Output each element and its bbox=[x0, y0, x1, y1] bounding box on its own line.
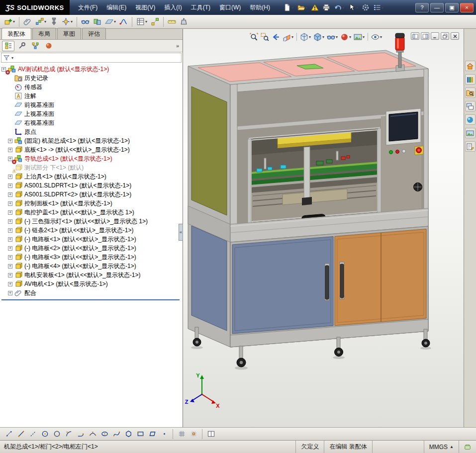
warning-tri-button[interactable] bbox=[309, 2, 320, 12]
commandmanager-tab[interactable]: 草图 bbox=[57, 28, 81, 39]
menu-item[interactable]: 插入(I) bbox=[160, 1, 186, 14]
view-orientation-button[interactable]: ▾ bbox=[299, 31, 312, 42]
tree-expander[interactable]: + bbox=[8, 237, 12, 242]
tree-expander[interactable]: + bbox=[8, 282, 12, 286]
tree-item[interactable]: +配合 bbox=[0, 288, 183, 297]
tree-expander[interactable]: + bbox=[8, 246, 12, 251]
status-units-selector[interactable]: MMGS ▲ bbox=[424, 441, 459, 453]
custom-properties-tab[interactable] bbox=[465, 141, 476, 152]
tree-item[interactable]: +(-) 链条2<1> (默认<<默认>_显示状态-1>) bbox=[0, 226, 183, 235]
dropdown-caret-icon[interactable]: ▾ bbox=[145, 19, 147, 24]
tree-expander[interactable]: + bbox=[8, 255, 12, 260]
filter-caret[interactable]: ▾ bbox=[11, 56, 13, 60]
exploded-view-button[interactable] bbox=[149, 16, 161, 28]
tree-expander[interactable]: + bbox=[8, 139, 12, 143]
zoom-area-button[interactable] bbox=[260, 31, 270, 42]
tree-expander[interactable]: + bbox=[8, 219, 12, 224]
sk-circle-button[interactable] bbox=[39, 429, 50, 440]
doc-close-button[interactable] bbox=[451, 32, 459, 40]
fm-display-tab[interactable] bbox=[42, 41, 55, 51]
commandmanager-tab[interactable]: 布局 bbox=[32, 28, 56, 39]
appearances-tab[interactable] bbox=[465, 114, 476, 125]
tree-item[interactable]: +电控护盖<1> (默认<<默认>_显示状态 1>) bbox=[0, 208, 183, 217]
sk-arc-center-button[interactable] bbox=[63, 429, 74, 440]
tree-expander[interactable]: + bbox=[8, 192, 12, 197]
motion-study-button[interactable] bbox=[118, 16, 129, 28]
tree-rollback-bar[interactable] bbox=[1, 299, 180, 300]
reference-geometry-button[interactable]: ▾ bbox=[103, 16, 117, 28]
open-button[interactable]: ▾ bbox=[295, 2, 309, 12]
tree-expander[interactable]: + bbox=[8, 210, 12, 215]
tree-item[interactable]: 右视基准面 bbox=[0, 118, 183, 127]
display-style-button[interactable]: ▾ bbox=[312, 31, 325, 42]
select-cursor-button[interactable]: ▾ bbox=[346, 2, 360, 12]
dropdown-caret-icon[interactable]: ▾ bbox=[349, 35, 351, 39]
pane-left-button[interactable] bbox=[411, 32, 419, 40]
linear-pattern-button[interactable]: ▾ bbox=[34, 16, 48, 28]
sk-polygon-button[interactable] bbox=[123, 429, 134, 440]
dropdown-caret-icon[interactable]: ▾ bbox=[322, 35, 324, 39]
close-button[interactable]: × bbox=[460, 3, 474, 12]
tree-item[interactable]: +AS001.SLDPRT<2> (默认<显示状态-1>) bbox=[0, 190, 183, 199]
gear-button[interactable] bbox=[360, 2, 371, 12]
sk-arc-3point-button[interactable] bbox=[87, 429, 98, 440]
tree-item[interactable]: +(-) 电路板<3> (默认<<默认>_显示状态-1>) bbox=[0, 253, 183, 262]
tree-item[interactable]: +AV电机<1> (默认<显示状态-1>) bbox=[0, 279, 183, 288]
mass-properties-button[interactable] bbox=[178, 16, 190, 28]
tree-item[interactable]: +AS001.SLDPRT<1> (默认<显示状态-1>) bbox=[0, 181, 183, 190]
sk-line-button[interactable] bbox=[15, 429, 26, 440]
menu-item[interactable]: 工具(T) bbox=[187, 1, 215, 14]
dropdown-caret-icon[interactable]: ▾ bbox=[381, 5, 383, 10]
sw-resources-tab[interactable] bbox=[465, 61, 476, 71]
tree-item[interactable]: 前视基准面 bbox=[0, 100, 183, 109]
mate-button[interactable] bbox=[22, 16, 33, 28]
design-library-tab[interactable] bbox=[465, 74, 476, 85]
dropdown-caret-icon[interactable]: ▾ bbox=[291, 5, 293, 10]
file-explorer-tab[interactable] bbox=[465, 88, 476, 98]
menu-item[interactable]: 窗口(W) bbox=[215, 1, 245, 14]
tree-item[interactable]: +(-) 三色指示灯<1> (默认<<默认>_显示状态 1>) bbox=[0, 217, 183, 226]
sk-spline-button[interactable] bbox=[111, 429, 122, 440]
dropdown-caret-icon[interactable]: ▾ bbox=[342, 5, 344, 10]
dropdown-caret-icon[interactable]: ▾ bbox=[309, 35, 311, 39]
tree-item[interactable]: +控制面板<1> (默认<显示状态-1>) bbox=[0, 199, 183, 208]
pane-toggle-button[interactable] bbox=[205, 429, 216, 440]
show-hidden-button[interactable] bbox=[80, 16, 91, 28]
panel-overflow-chevron[interactable]: » bbox=[176, 43, 181, 49]
tree-expander[interactable]: + bbox=[8, 291, 12, 295]
tree-expander[interactable]: + bbox=[8, 201, 12, 206]
new-doc-button[interactable]: ▾ bbox=[282, 2, 295, 12]
insert-component-button[interactable]: ▾ bbox=[2, 16, 16, 28]
sk-snap-button[interactable] bbox=[188, 429, 199, 440]
fm-property-tab[interactable] bbox=[15, 41, 28, 51]
tree-item[interactable]: +(-) 电路板<2> (默认<<默认>_显示状态-1>) bbox=[0, 244, 183, 253]
smart-fastener-button[interactable] bbox=[48, 16, 60, 28]
tree-item[interactable]: +上治具<1> (默认<显示状态-1>) bbox=[0, 172, 183, 181]
view-settings-button[interactable]: ▾ bbox=[370, 31, 383, 42]
view-palette-tab[interactable] bbox=[465, 101, 476, 111]
dropdown-caret-icon[interactable]: ▾ bbox=[363, 35, 365, 39]
status-tray-toggle[interactable] bbox=[459, 441, 476, 453]
menu-item[interactable]: 文件(F) bbox=[74, 1, 102, 14]
commandmanager-tab[interactable]: 装配体 bbox=[1, 28, 31, 39]
minimize-button[interactable]: — bbox=[430, 3, 444, 12]
pane-right-button[interactable] bbox=[421, 32, 429, 40]
tree-item[interactable]: +(-) 电路板<1> (默认<<默认>_显示状态-1>) bbox=[0, 235, 183, 244]
undo-button[interactable]: ▾ bbox=[332, 2, 346, 12]
hide-items-button[interactable]: ▾ bbox=[326, 31, 339, 42]
menu-item[interactable]: 编辑(E) bbox=[102, 1, 131, 14]
tree-expander[interactable]: + bbox=[8, 273, 12, 277]
tree-item[interactable]: 上视基准面 bbox=[0, 109, 183, 118]
sk-ellipse-button[interactable] bbox=[99, 429, 110, 440]
dropdown-caret-icon[interactable]: ▾ bbox=[380, 35, 382, 39]
print-button[interactable] bbox=[321, 2, 332, 12]
tree-expander[interactable]: + bbox=[8, 228, 12, 233]
menu-item[interactable]: 帮助(H) bbox=[245, 1, 275, 14]
dropdown-caret-icon[interactable]: ▾ bbox=[356, 5, 358, 10]
section-view-button[interactable]: ▾ bbox=[282, 31, 294, 42]
sk-centerline-button[interactable] bbox=[27, 429, 38, 440]
measure-button[interactable] bbox=[166, 16, 178, 28]
tree-item[interactable]: A注解 bbox=[0, 91, 183, 100]
machine-model[interactable] bbox=[188, 33, 430, 367]
edit-appearance-button[interactable]: ▾ bbox=[339, 31, 352, 42]
